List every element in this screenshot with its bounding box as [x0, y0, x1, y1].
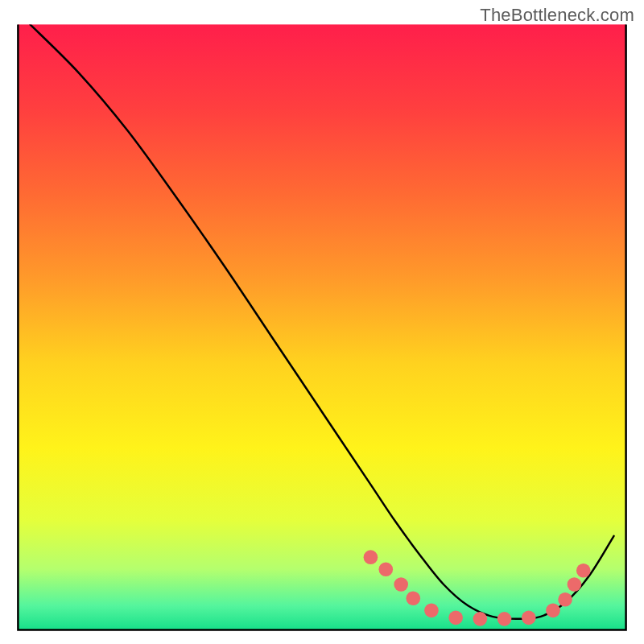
- marker-point: [546, 604, 560, 618]
- marker-point: [497, 612, 512, 626]
- marker-point: [406, 592, 420, 606]
- marker-point: [448, 611, 463, 625]
- marker-point: [364, 550, 378, 564]
- marker-point: [522, 611, 536, 625]
- chart-background: [18, 24, 625, 630]
- chart-canvas: [0, 0, 644, 644]
- chart-frame: TheBottleneck.com: [0, 0, 644, 644]
- marker-point: [568, 577, 582, 592]
- marker-point: [379, 562, 394, 576]
- marker-point: [473, 612, 488, 626]
- marker-point: [424, 604, 439, 618]
- watermark-text: TheBottleneck.com: [480, 5, 634, 26]
- marker-point: [576, 564, 591, 578]
- marker-point: [558, 592, 572, 607]
- marker-point: [394, 577, 408, 592]
